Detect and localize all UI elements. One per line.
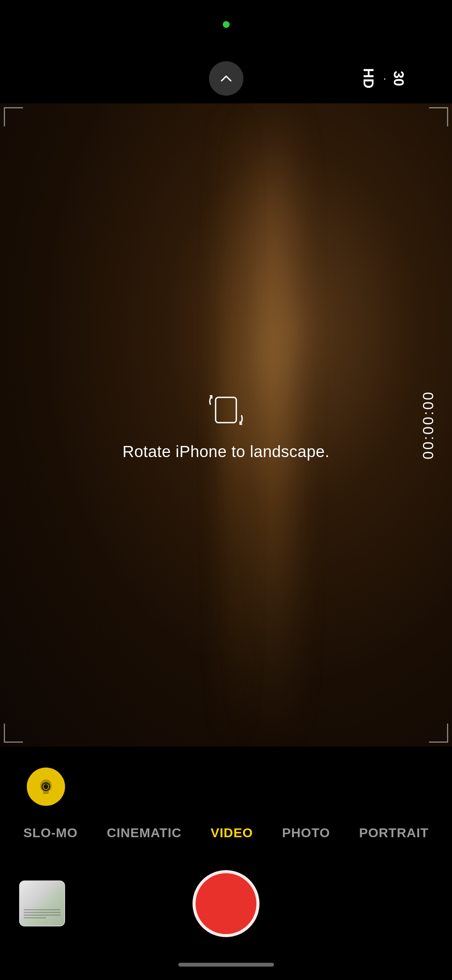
camera-viewfinder: Rotate iPhone to landscape. 00:00:00 [0,103,452,746]
flash-icon [36,777,56,797]
record-button[interactable] [193,870,259,937]
mode-photo[interactable]: PHOTO [268,825,344,840]
shutter-row [0,858,452,949]
corner-bracket-bottomright [429,724,448,743]
top-controls-bar: HD · 30 [0,54,452,103]
thumbnail-content [24,909,60,920]
mode-video[interactable]: VIDEO [196,825,268,840]
thumbnail-preview [20,881,64,926]
recording-timer: 00:00:00 [420,390,437,459]
quality-label: HD [360,68,376,89]
flash-button[interactable] [27,768,65,806]
corner-bracket-topleft [4,107,23,126]
home-bar [178,963,274,967]
rotate-prompt-text: Rotate iPhone to landscape. [122,443,330,461]
bottom-controls: SLO-MO CINEMATIC VIDEO PHOTO PORTRAIT [0,746,452,980]
mode-slomo[interactable]: SLO-MO [9,825,92,840]
fps-label: 30 [390,71,406,86]
status-bar [0,0,452,54]
collapse-button[interactable] [209,61,243,96]
rotate-prompt: Rotate iPhone to landscape. [122,389,330,461]
svg-rect-0 [216,397,237,423]
settings-strip [0,746,452,769]
camera-indicator-dot [223,21,230,28]
quality-fps-badge[interactable]: HD · 30 [358,70,406,87]
corner-bracket-topright [429,107,448,126]
rotate-icon [205,389,247,431]
separator: · [383,72,386,85]
record-button-inner [198,876,254,931]
mode-cinematic[interactable]: CINEMATIC [92,825,196,840]
mode-portrait[interactable]: PORTRAIT [344,825,443,840]
home-indicator [0,949,452,980]
camera-mode-selector: SLO-MO CINEMATIC VIDEO PHOTO PORTRAIT [0,808,452,858]
icon-row [0,769,452,804]
last-photo-thumbnail[interactable] [19,880,65,926]
corner-bracket-bottomleft [4,724,23,743]
